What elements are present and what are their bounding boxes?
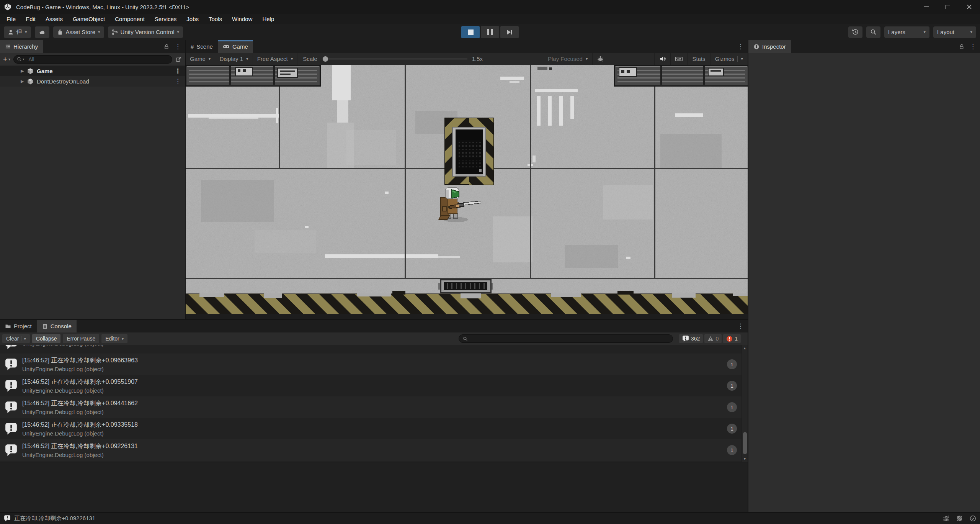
warning-count-toggle[interactable]: 0 [704,334,722,343]
tab-project[interactable]: Project [0,320,37,332]
close-button[interactable] [959,0,980,14]
hierarchy-search-input[interactable] [13,55,172,64]
editor-label: Editor [105,336,119,342]
console-search-field[interactable] [459,334,673,343]
undo-history-button[interactable] [848,26,862,38]
tab-hierarchy[interactable]: Hierarchy [0,40,43,53]
game-viewport[interactable] [186,65,748,314]
virtual-keyboard-button[interactable] [670,53,687,65]
console-tab-label: Console [51,323,72,329]
scroll-down-icon[interactable]: ▼ [742,457,748,461]
mute-audio-button[interactable] [654,53,670,65]
speaker-icon [659,56,666,62]
scale-slider[interactable] [322,59,467,59]
log-entry[interactable]: [15:46:52] 正在冷却,冷却剩余+0.09441662 UnityEng… [0,396,748,418]
minimize-button[interactable] [916,0,937,14]
panel-menu-icon[interactable]: ⋮ [737,323,744,329]
stats-label: Stats [692,56,705,62]
gizmos-label: Gizmos [715,56,735,62]
item-menu-icon[interactable]: ⋮ [175,68,181,74]
expand-arrow-icon[interactable]: ▶ [21,79,27,84]
log-message: [15:46:52] 正在冷却,冷却剩余+0.09441662 [22,400,138,408]
tab-game[interactable]: Game [218,40,253,53]
scrollbar-thumb[interactable] [743,432,747,454]
account-button[interactable]: 但 ▾ [4,26,31,38]
item-menu-icon[interactable]: ⋮ [175,78,181,85]
display-label: Display 1 [219,56,243,62]
log-entry[interactable]: [15:46:52] 正在冷却,冷却剩余+0.09551907 UnityEng… [0,375,748,396]
hierarchy-item-game[interactable]: ▶ Game ⋮ [0,66,185,76]
menu-assets[interactable]: Assets [41,16,68,22]
create-object-button[interactable]: + ▾ [3,55,10,64]
collapse-toggle[interactable]: Collapse [32,334,60,343]
menu-gameobject[interactable]: GameObject [68,16,110,22]
maximize-button[interactable] [937,0,959,14]
debugger-disabled-icon[interactable] [943,515,949,522]
unlock-icon[interactable] [959,44,964,49]
play-stop-button[interactable] [461,26,480,38]
stats-button[interactable]: Stats [687,53,710,65]
menu-tools[interactable]: Tools [204,16,227,22]
error-pause-toggle[interactable]: Error Pause [63,334,99,343]
panel-menu-icon[interactable]: ⋮ [175,43,181,50]
console-log-list[interactable]: UnityEngine.Debug:Log (object) [15:46:52… [0,345,748,462]
log-entry[interactable]: [15:46:52] 正在冷却,冷却剩余+0.09663963 UnityEng… [0,354,748,375]
chevron-down-icon: ▾ [741,56,743,61]
log-message: [15:46:52] 正在冷却,冷却剩余+0.09663963 [22,357,138,365]
tab-console[interactable]: Console [37,320,77,332]
display-dropdown[interactable]: Display 1 ▾ [215,53,253,65]
unlock-icon[interactable] [163,44,169,49]
panel-menu-icon[interactable]: ⋮ [970,43,976,50]
version-control-label: Unity Version Control [121,29,175,35]
scroll-up-icon[interactable]: ▲ [742,346,748,350]
log-entry[interactable]: [15:46:52] 正在冷却,冷却剩余+0.09226131 UnityEng… [0,439,748,461]
tab-scene[interactable]: # Scene [186,40,218,53]
cloud-button[interactable] [35,26,49,38]
menu-edit[interactable]: Edit [21,16,41,22]
inspector-tab-label: Inspector [762,43,786,50]
layers-dropdown[interactable]: Layers ▾ [884,26,929,38]
asset-store-button[interactable]: Asset Store ▾ [53,26,104,38]
menu-file[interactable]: File [2,16,21,22]
menu-help[interactable]: Help [257,16,279,22]
pause-button[interactable] [481,26,499,38]
step-button[interactable] [500,26,519,38]
log-entry[interactable]: [15:46:52] 正在冷却,冷却剩余+0.09335518 UnityEng… [0,418,748,439]
expand-arrow-icon[interactable]: ▶ [21,69,27,74]
game-tab-label: Game [232,43,248,50]
aspect-ratio-dropdown[interactable]: Free Aspect ▾ [253,53,298,65]
log-entry[interactable]: UnityEngine.Debug:Log (object) [0,345,748,354]
menu-window[interactable]: Window [227,16,257,22]
scale-slider-knob[interactable] [323,56,328,62]
separator [737,56,738,62]
cache-server-disconnected-icon[interactable] [956,515,963,522]
version-control-button[interactable]: Unity Version Control ▾ [108,26,183,38]
tab-inspector[interactable]: Inspector [748,40,791,53]
info-count-toggle[interactable]: 362 [679,334,703,343]
console-search-input[interactable] [470,336,669,342]
background-tasks-check-icon[interactable] [970,515,976,522]
play-focused-dropdown[interactable]: Play Focused ▾ [543,53,592,65]
info-count: 362 [691,336,700,342]
log-bubble-icon [4,515,11,522]
status-message[interactable]: 正在冷却,冷却剩余+0.09226131 [14,515,95,522]
hierarchy-item-dontdestroyonload[interactable]: ▶ DontDestroyOnLoad ⋮ [0,76,185,87]
game-target-dropdown[interactable]: Game ▾ [186,53,215,65]
debug-bug-button[interactable] [592,53,608,65]
branch-icon [112,29,118,35]
log-stack: UnityEngine.Debug:Log (object) [22,430,138,437]
gizmos-dropdown[interactable]: Gizmos ▾ [710,53,748,65]
clear-button[interactable]: Clear ▾ [2,334,30,343]
menu-component[interactable]: Component [110,16,150,22]
menu-services[interactable]: Services [150,16,182,22]
gameview-spacer [608,53,654,65]
error-count-toggle[interactable]: 1 [723,334,741,343]
search-button[interactable] [866,26,880,38]
console-scrollbar[interactable]: ▲ ▼ [742,345,748,462]
editor-dropdown[interactable]: Editor ▾ [101,334,127,343]
log-message: [15:46:52] 正在冷却,冷却剩余+0.09226131 [22,442,138,450]
menu-jobs[interactable]: Jobs [181,16,204,22]
open-search-window-icon[interactable] [175,56,182,62]
layout-dropdown[interactable]: Layout ▾ [933,26,976,38]
panel-menu-icon[interactable]: ⋮ [737,43,744,50]
